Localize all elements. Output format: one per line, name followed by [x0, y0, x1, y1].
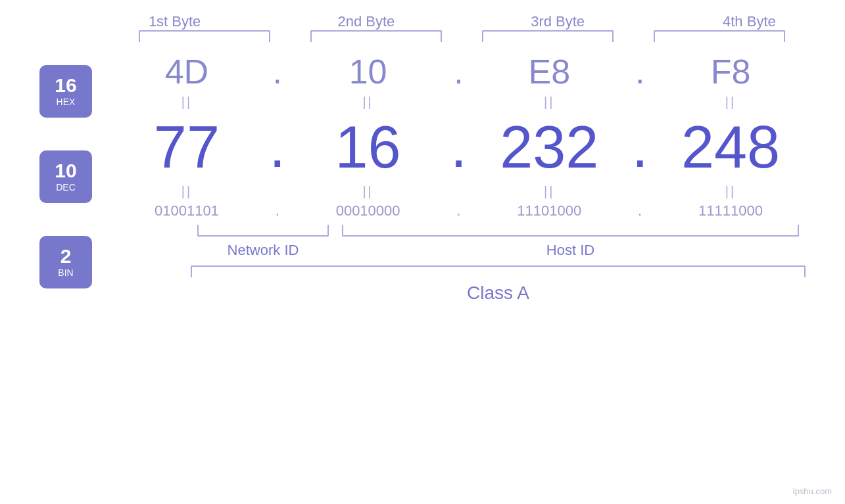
eq1-b2: || [362, 95, 373, 109]
bracket-host [342, 225, 799, 237]
dec-b1: 77 [154, 114, 220, 180]
bin-row: 01001101 . 00010000 . 11101000 . 1111100… [112, 202, 806, 219]
bin-badge-label: BIN [58, 267, 73, 278]
equals-row-2: || || || || [112, 184, 806, 199]
hex-row: 4D . 10 . E8 . F8 [112, 52, 806, 91]
byte4-header: 4th Byte [677, 13, 821, 30]
network-id-label: Network ID [191, 242, 335, 259]
bracket-top-4 [654, 30, 785, 42]
eq2-b3: || [544, 184, 554, 198]
dec-dot-3: . [632, 114, 648, 179]
bracket-top-1 [139, 30, 270, 42]
eq1-b3: || [544, 95, 554, 109]
equals-row-1: || || || || [112, 95, 806, 110]
eq2-b1: || [181, 184, 192, 198]
hex-b4: F8 [711, 53, 751, 91]
bracket-top-2 [310, 30, 442, 42]
eq1-b4: || [725, 95, 736, 109]
eq2-b4: || [725, 184, 736, 198]
eq1-b1: || [181, 95, 192, 109]
bracket-network [197, 225, 329, 237]
class-label: Class A [467, 283, 529, 304]
byte1-header: 1st Byte [103, 13, 247, 30]
bin-b3: 11101000 [517, 202, 581, 219]
dec-badge-label: DEC [56, 182, 76, 193]
bin-b1: 01001101 [155, 202, 219, 219]
dec-badge-number: 10 [55, 161, 76, 181]
hex-dot-2: . [454, 53, 463, 91]
class-bracket [191, 265, 806, 277]
dec-b4: 248 [681, 114, 780, 180]
hex-b2: 10 [349, 53, 387, 91]
hex-badge-label: HEX [57, 97, 76, 107]
bracket-top-3 [482, 30, 614, 42]
host-id-label: Host ID [335, 242, 806, 259]
hex-b1: 4D [165, 53, 208, 91]
watermark: ipshu.com [793, 486, 832, 496]
byte2-header: 2nd Byte [294, 13, 439, 30]
hex-badge-number: 16 [55, 76, 76, 95]
bin-badge: 2 BIN [39, 236, 92, 288]
bin-dot-2: . [456, 202, 460, 219]
bin-b4: 11111000 [698, 202, 763, 219]
hex-badge: 16 HEX [39, 65, 92, 118]
dec-b2: 16 [335, 114, 401, 180]
dec-badge: 10 DEC [39, 150, 92, 203]
dec-row: 77 . 16 . 232 . 248 [112, 113, 806, 181]
hex-dot-1: . [273, 53, 282, 91]
bin-badge-number: 2 [60, 246, 72, 266]
dec-dot-2: . [450, 114, 467, 179]
eq2-b2: || [362, 184, 373, 198]
dec-dot-1: . [269, 114, 285, 179]
bin-b2: 00010000 [336, 202, 400, 219]
bin-dot-1: . [276, 202, 279, 219]
bin-dot-3: . [638, 202, 642, 219]
hex-dot-3: . [635, 53, 644, 91]
hex-b3: E8 [528, 53, 570, 91]
byte3-header: 3rd Byte [485, 13, 630, 30]
dec-b3: 232 [500, 114, 598, 180]
